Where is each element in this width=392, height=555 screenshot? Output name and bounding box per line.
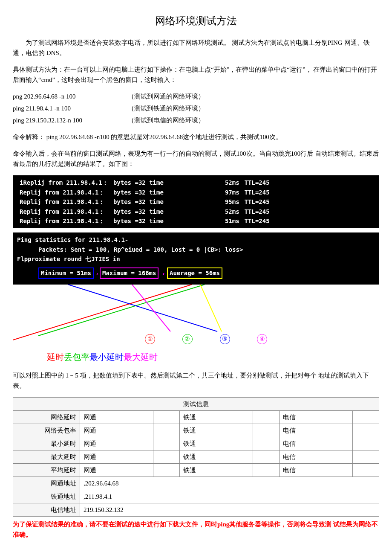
command-note: （测试到电信的网络环境） (128, 115, 205, 125)
svg-line-4 (200, 285, 222, 331)
command-note: （测试到铁通的网络环境） (128, 103, 205, 113)
terminal-output-replies: iReplij from 211.98.4.1：bytes =32 time52… (13, 175, 379, 228)
command-row: png 202.96.64.68 -n 100 （测试到网通的网络环境） (13, 91, 379, 102)
svg-line-0 (13, 285, 192, 340)
callout-2-icon: ② (182, 334, 193, 344)
page-title: 网络环境测试方法 (13, 13, 379, 29)
avg-highlight: Auerage = 56ms (167, 267, 222, 279)
stats-packets: Packets: Sent = 100, Rp^eiued = 100, Los… (17, 245, 375, 254)
max-highlight: Maximum = 166ms (100, 267, 159, 279)
command-row: ping 219.150.32.132-n 100 （测试到电信的网络环境） (13, 115, 379, 125)
callout-3-icon: ③ (220, 334, 230, 344)
legend-max: 最大延时 (124, 352, 158, 362)
svg-line-3 (132, 285, 170, 331)
svg-line-2 (68, 285, 217, 331)
legend-loss: 丢包率 (64, 352, 89, 362)
legend-delay: 延时 (47, 352, 64, 362)
green-underline-icon (311, 237, 328, 237)
intro-1: 为了测试网络环境是否适合安装数字电话，所以进行如下网络环境测试。 测试方法为在测… (13, 38, 379, 58)
legend-min: 最小延时 (89, 352, 124, 362)
callout-1-icon: ① (145, 334, 155, 344)
command-explain: 命令解释： ping 202.96.64.68 -n100 的意思就是对202.… (13, 132, 379, 142)
stats-approx: Flpproximate round 七JTIES in (17, 254, 375, 264)
command-note: （测试到网通的网络环境） (128, 91, 205, 102)
min-highlight: Minimum = 51ms (38, 267, 94, 279)
comma-icon: , (162, 267, 165, 277)
warning-text: 为了保证测试结果的准确，请不要在测试的途中进行如下载大文件，同时ping其他服务… (13, 519, 379, 540)
command-text: ping 219.150.32.132-n 100 (13, 115, 128, 125)
svg-line-1 (38, 285, 205, 336)
command-text: ping 211.98.4.1 -n 100 (13, 103, 128, 113)
command-text: png 202.96.64.68 -n 100 (13, 91, 128, 102)
table-intro: 可以对照上图中的 1－5 项，把数值填到下表中。然后测试第二个，共三个地址，要分… (13, 370, 379, 391)
comma-icon: , (95, 267, 99, 277)
intro-2: 具体测试方法为：在一台可以上网的电脑上进行如下操作：在电脑上点“开始”，在弹出的… (13, 64, 379, 85)
command-row: ping 211.98.4.1 -n 100 （测试到铁通的网络环境） (13, 103, 379, 113)
callout-4-icon: ④ (257, 334, 267, 344)
result-table: 测试信息 网络延时网通铁通电信 网络丢包率网通铁通电信 最小延时网通铁通电信 最… (13, 397, 379, 517)
intro-3: 命令输入后，会在当前的窗口测试网络，表现为有一行一行的自动的测试，测试100次。… (13, 148, 379, 169)
green-underline-icon (226, 237, 285, 237)
legend-row: 延时丢包率最小延时最大延时 (47, 350, 379, 364)
terminal-output-stats: Ping statistics for 211.98.4.1- Packets:… (13, 232, 379, 285)
table-caption: 测试信息 (13, 398, 379, 411)
callout-diagram: ① ② ③ ④ (13, 285, 379, 349)
